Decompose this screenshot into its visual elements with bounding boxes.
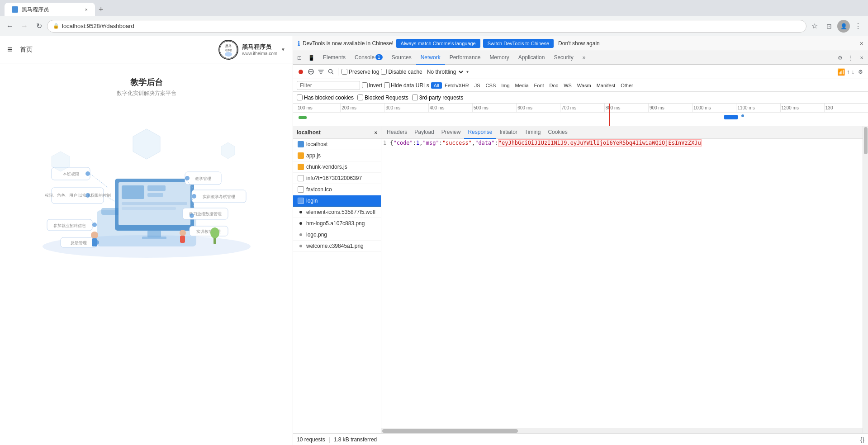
filter-type-wasm[interactable]: Wasm bbox=[574, 82, 594, 89]
list-item[interactable]: element-icons.535877f5.woff bbox=[293, 207, 381, 218]
file-list-header: localhost × bbox=[293, 126, 381, 139]
always-match-button[interactable]: Always match Chrome's language bbox=[396, 39, 480, 48]
list-item[interactable]: hm-logo5.a107c883.png bbox=[293, 218, 381, 229]
tab-application[interactable]: Application bbox=[514, 51, 550, 65]
reload-button[interactable]: ↻ bbox=[33, 20, 45, 33]
forward-button[interactable]: → bbox=[18, 20, 31, 33]
tab-close-icon[interactable]: × bbox=[85, 7, 88, 12]
clear-log-button[interactable] bbox=[307, 68, 315, 76]
throttle-dropdown-icon[interactable]: ▾ bbox=[466, 69, 469, 74]
timeline-bars bbox=[293, 113, 868, 126]
resp-tab-response[interactable]: Response bbox=[464, 126, 496, 139]
filter-toggle-button[interactable] bbox=[317, 68, 325, 76]
bookmark-button[interactable]: ☆ bbox=[808, 20, 821, 33]
filter-type-manifest[interactable]: Manifest bbox=[594, 82, 618, 89]
tab-performance[interactable]: Performance bbox=[445, 51, 485, 65]
resp-tab-preview[interactable]: Preview bbox=[438, 126, 465, 139]
tab-more[interactable]: » bbox=[578, 51, 590, 65]
third-party-checkbox[interactable]: 3rd-party requests bbox=[412, 95, 463, 101]
throttle-select[interactable]: No throttling bbox=[424, 68, 465, 76]
devtools-device-icon[interactable]: 📱 bbox=[306, 52, 317, 63]
response-vscrollbar[interactable] bbox=[863, 126, 868, 433]
filter-type-img[interactable]: Img bbox=[498, 82, 512, 89]
tab-network[interactable]: Network bbox=[416, 51, 445, 65]
response-panel: Headers Payload Preview Response Initiat… bbox=[381, 126, 863, 433]
list-item[interactable]: logo.png bbox=[293, 229, 381, 241]
resp-tab-headers[interactable]: Headers bbox=[383, 126, 411, 139]
preserve-log-checkbox[interactable]: Preserve log bbox=[342, 69, 379, 75]
file-name: chunk-vendors.js bbox=[306, 164, 347, 170]
tab-sources[interactable]: Sources bbox=[387, 51, 416, 65]
vscrollbar-thumb[interactable] bbox=[864, 127, 868, 154]
resp-tab-payload[interactable]: Payload bbox=[411, 126, 437, 139]
list-item-selected[interactable]: login bbox=[293, 195, 381, 207]
new-tab-button[interactable]: + bbox=[95, 3, 107, 16]
file-name: login bbox=[306, 198, 318, 204]
filter-type-all[interactable]: All bbox=[431, 82, 442, 89]
search-toggle-button[interactable] bbox=[327, 68, 335, 76]
cast-button[interactable]: ⊡ bbox=[823, 20, 835, 33]
switch-devtools-button[interactable]: Switch DevTools to Chinese bbox=[483, 39, 554, 48]
address-bar[interactable]: 🔒 localhost:9528/#/dashboard bbox=[47, 20, 806, 33]
filter-type-fetch[interactable]: Fetch/XHR bbox=[442, 82, 472, 89]
list-item[interactable]: chunk-vendors.js bbox=[293, 161, 381, 173]
blocked-requests-checkbox[interactable]: Blocked Requests bbox=[357, 95, 408, 101]
tab-security[interactable]: Security bbox=[549, 51, 578, 65]
filter-type-css[interactable]: CSS bbox=[483, 82, 499, 89]
svg-rect-9 bbox=[122, 185, 144, 199]
devtools-close-icon[interactable]: × bbox=[856, 52, 867, 63]
logo-dropdown-icon[interactable]: ▼ bbox=[281, 47, 285, 52]
logo-area: 黑马 程序员 黑马程序员 www.itheima.com ▼ bbox=[218, 40, 285, 60]
file-name: hm-logo5.a107c883.png bbox=[306, 220, 365, 227]
filter-type-ws[interactable]: WS bbox=[561, 82, 574, 89]
filter-type-js[interactable]: JS bbox=[472, 82, 483, 89]
svg-point-36 bbox=[91, 232, 98, 239]
devtools-settings-icon[interactable]: ⚙ bbox=[835, 52, 845, 63]
has-blocked-cookies-checkbox[interactable]: Has blocked cookies bbox=[297, 95, 354, 101]
list-item[interactable]: localhost bbox=[293, 139, 381, 150]
profile-button[interactable]: 👤 bbox=[837, 20, 850, 33]
hide-data-urls-checkbox[interactable]: Hide data URLs bbox=[384, 82, 429, 89]
devtools-tabs: ⊡ 📱 Elements Console 1 Sources Network P… bbox=[293, 51, 868, 65]
home-nav-link[interactable]: 首页 bbox=[20, 46, 33, 54]
tab-console[interactable]: Console 1 bbox=[350, 51, 387, 65]
filter-type-doc[interactable]: Doc bbox=[547, 82, 561, 89]
browser-tab[interactable]: 黑马程序员 × bbox=[5, 3, 95, 16]
file-icon bbox=[298, 164, 304, 170]
list-item[interactable]: welcome.c39845a1.png bbox=[293, 241, 381, 252]
response-hscrollbar[interactable] bbox=[381, 428, 863, 433]
svg-point-3 bbox=[225, 52, 232, 57]
filter-type-media[interactable]: Media bbox=[512, 82, 531, 89]
toolbar-settings-icon[interactable]: ⚙ bbox=[856, 68, 864, 76]
svg-rect-15 bbox=[142, 237, 166, 239]
filter-type-other[interactable]: Other bbox=[618, 82, 636, 89]
close-col-icon[interactable]: × bbox=[375, 130, 377, 135]
tab-memory[interactable]: Memory bbox=[485, 51, 513, 65]
devtools-customize-icon[interactable]: ⋮ bbox=[845, 52, 856, 63]
back-button[interactable]: ← bbox=[4, 20, 16, 33]
tab-elements[interactable]: Elements bbox=[318, 51, 350, 65]
hscrollbar-thumb[interactable] bbox=[382, 429, 518, 433]
resp-tab-initiator[interactable]: Initiator bbox=[496, 126, 521, 139]
webpage-content: ≡ 首页 黑马 程序员 黑马程序员 www.itheima.com ▼ bbox=[0, 36, 293, 445]
invert-checkbox[interactable]: Invert bbox=[362, 82, 382, 89]
list-item[interactable]: favicon.ico bbox=[293, 184, 381, 195]
svg-point-55 bbox=[328, 70, 332, 73]
disable-cache-checkbox[interactable]: Disable cache bbox=[381, 69, 422, 75]
format-json-icon[interactable]: {} bbox=[860, 436, 864, 443]
dont-show-again[interactable]: Don't show again bbox=[558, 40, 600, 47]
infobar-close-icon[interactable]: × bbox=[860, 40, 863, 47]
list-item[interactable]: app.js bbox=[293, 150, 381, 161]
filter-input[interactable] bbox=[297, 81, 360, 90]
menu-icon[interactable]: ≡ bbox=[7, 44, 13, 55]
timeline-mark-1200: 1200 ms bbox=[781, 104, 825, 112]
record-button[interactable] bbox=[297, 68, 305, 76]
browser-toolbar: ← → ↻ 🔒 localhost:9528/#/dashboard ☆ ⊡ 👤… bbox=[0, 16, 868, 36]
logo-sub: www.itheima.com bbox=[242, 51, 277, 56]
resp-tab-timing[interactable]: Timing bbox=[521, 126, 545, 139]
resp-tab-cookies[interactable]: Cookies bbox=[544, 126, 571, 139]
filter-type-font[interactable]: Font bbox=[531, 82, 547, 89]
list-item[interactable]: info?t=1673012006397 bbox=[293, 173, 381, 184]
devtools-inspect-icon[interactable]: ⊡ bbox=[294, 52, 305, 63]
more-button[interactable]: ⋮ bbox=[852, 20, 864, 33]
